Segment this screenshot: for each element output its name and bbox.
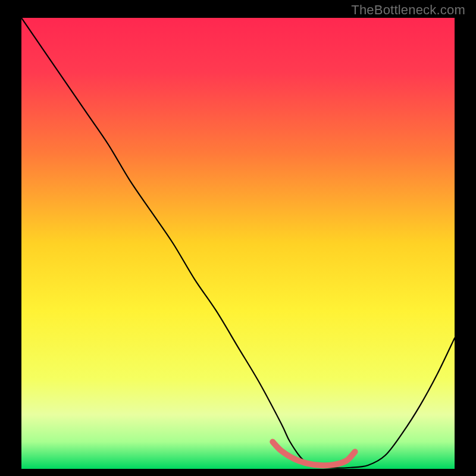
watermark-text: TheBottleneck.com <box>351 2 465 18</box>
gradient-background <box>21 18 455 469</box>
chart-svg <box>21 18 455 469</box>
chart-frame: TheBottleneck.com <box>0 0 476 476</box>
plot-area <box>21 18 455 469</box>
